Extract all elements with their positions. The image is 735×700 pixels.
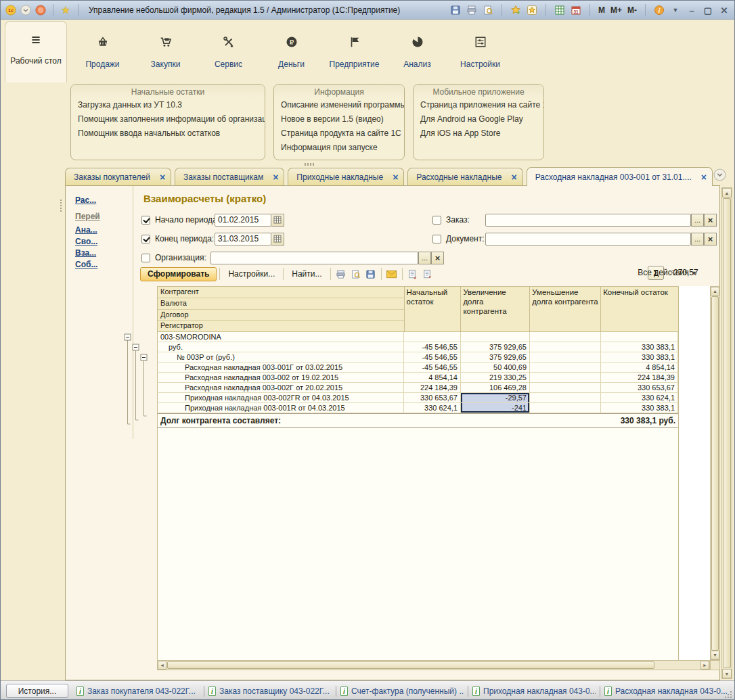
save-icon[interactable] xyxy=(363,267,378,281)
favorites-star-icon[interactable]: ★ xyxy=(60,4,72,16)
open-window-item[interactable]: iПриходная накладная 043-0... xyxy=(472,686,596,696)
calculator-icon[interactable] xyxy=(554,4,566,16)
table-horizontal-scrollbar[interactable]: ◄ ► xyxy=(157,660,710,670)
report-nav-link[interactable]: Вза... xyxy=(75,248,96,258)
document-tab[interactable]: Приходные накладные× xyxy=(288,168,404,186)
cell-opening-balance[interactable]: -45 546,55 xyxy=(404,363,461,373)
cell-debt-decrease[interactable] xyxy=(530,352,601,363)
sidebar-splitter-grip[interactable] xyxy=(60,200,64,212)
table-row[interactable]: № 003Р от (руб.)-45 546,55375 929,65330 … xyxy=(157,352,678,363)
cell-closing-balance[interactable]: 330 624,1 xyxy=(601,393,678,403)
main-menu-dropdown-icon[interactable] xyxy=(20,4,32,16)
tree-expanders[interactable] xyxy=(123,286,157,442)
cell-closing-balance[interactable]: 330 383,1 xyxy=(601,403,678,413)
collapse-groups-icon[interactable] xyxy=(420,267,435,281)
cell-registrator[interactable]: Приходная накладная 003-002ГR от 04.03.2… xyxy=(157,393,404,403)
cell-opening-balance[interactable]: -45 546,55 xyxy=(404,342,461,352)
cell-opening-balance[interactable]: 224 184,39 xyxy=(404,383,461,393)
tab-list-dropdown-icon[interactable] xyxy=(713,168,726,183)
table-row[interactable]: Расходная накладная 003-001Г от 03.02.20… xyxy=(157,363,678,373)
organization-pick-button[interactable]: ... xyxy=(418,252,431,264)
cell-debt-increase[interactable]: 375 929,65 xyxy=(461,342,530,352)
report-nav-link[interactable]: Перей xyxy=(75,212,100,221)
panel-link[interactable]: Загрузка данных из УТ 10.3 xyxy=(71,98,265,112)
report-nav-link[interactable]: Ана... xyxy=(75,225,97,235)
cell-closing-balance[interactable]: 4 854,14 xyxy=(601,363,678,373)
tab-close-icon[interactable]: × xyxy=(273,172,278,183)
tab-close-icon[interactable]: × xyxy=(511,172,516,183)
panel-link[interactable]: Страница приложения на сайте 1С xyxy=(414,98,543,112)
cell-closing-balance[interactable]: 330 653,67 xyxy=(601,383,678,393)
order-input[interactable] xyxy=(485,214,691,227)
table-row[interactable]: Приходная накладная 003-001R от 04.03.20… xyxy=(157,403,678,413)
table-row[interactable]: Расходная накладная 003-002Г от 20.02.20… xyxy=(157,383,678,393)
report-nav-link[interactable]: Сво... xyxy=(75,237,97,246)
document-clear-icon[interactable]: × xyxy=(704,233,717,246)
cell-opening-balance[interactable] xyxy=(404,332,461,342)
nav-item-money-ruble[interactable]: РДеньги xyxy=(260,21,323,83)
save-icon[interactable] xyxy=(449,4,462,16)
document-tab[interactable]: Заказы поставщикам× xyxy=(175,168,284,186)
memory-recall-button[interactable]: M xyxy=(598,5,606,15)
table-row[interactable]: Приходная накладная 003-002ГR от 04.03.2… xyxy=(157,393,678,403)
cell-debt-decrease[interactable] xyxy=(530,373,601,383)
cell-debt-increase[interactable]: 375 929,65 xyxy=(461,352,530,363)
cell-registrator[interactable]: Расходная накладная 003-002 от 19.02.201… xyxy=(157,373,404,383)
organization-clear-icon[interactable]: × xyxy=(431,252,444,264)
maximize-button[interactable]: ▢ xyxy=(702,5,714,16)
scroll-down-icon[interactable]: ▼ xyxy=(711,651,719,659)
scroll-up-icon[interactable]: ▲ xyxy=(711,287,719,296)
scroll-right-icon[interactable]: ► xyxy=(700,661,709,670)
cell-debt-decrease[interactable] xyxy=(530,342,601,352)
generate-button[interactable]: Сформировать xyxy=(140,267,217,281)
settings-button[interactable]: Настройки... xyxy=(223,269,280,279)
panel-link[interactable]: Новое в версии 1.5 (видео) xyxy=(274,112,404,126)
panel-link[interactable]: Страница продукта на сайте 1С xyxy=(274,126,404,141)
calendar-icon[interactable]: 31 xyxy=(570,4,582,16)
cell-debt-increase[interactable]: 219 330,25 xyxy=(461,373,530,383)
panel-link[interactable]: Информация при запуске xyxy=(274,141,404,155)
panel-link[interactable]: Для Android на Google Play xyxy=(414,112,543,126)
report-nav-link[interactable]: Рас... xyxy=(75,195,96,205)
table-row[interactable]: руб.-45 546,55375 929,65330 383,1 xyxy=(157,342,678,352)
organization-checkbox[interactable] xyxy=(141,254,150,262)
period-end-checkbox[interactable] xyxy=(141,235,150,243)
minimize-button[interactable]: – xyxy=(686,5,698,16)
report-nav-link[interactable]: Соб... xyxy=(75,260,97,269)
organization-input[interactable] xyxy=(210,252,418,264)
add-favorite-icon[interactable] xyxy=(510,4,522,16)
panel-splitter-grip[interactable] xyxy=(305,163,315,166)
find-button[interactable]: Найти... xyxy=(286,269,327,279)
order-pick-button[interactable]: ... xyxy=(691,214,704,227)
email-icon[interactable] xyxy=(384,267,399,281)
history-button[interactable]: История... xyxy=(6,684,68,698)
scroll-thumb[interactable] xyxy=(167,661,654,669)
document-tab[interactable]: Расходная накладная 003-001 от 31.01....… xyxy=(527,167,713,186)
panel-link[interactable]: Помощник ввода начальных остатков xyxy=(71,126,265,141)
period-end-input[interactable]: 31.03.2015 xyxy=(215,233,271,246)
order-clear-icon[interactable]: × xyxy=(704,214,717,227)
document-checkbox[interactable] xyxy=(432,235,441,243)
scroll-thumb[interactable] xyxy=(723,198,731,668)
document-pick-button[interactable]: ... xyxy=(691,233,704,246)
table-row[interactable]: Расходная накладная 003-002 от 19.02.201… xyxy=(157,373,678,383)
info-icon[interactable]: i xyxy=(653,4,665,16)
nav-item-service-tools[interactable]: Сервис xyxy=(197,21,260,83)
table-vertical-scrollbar[interactable]: ▲ ▼ xyxy=(710,286,720,660)
cell-registrator[interactable]: Расходная накладная 003-002Г от 20.02.20… xyxy=(157,383,404,393)
nav-item-enterprise-flag[interactable]: Предприятие xyxy=(323,21,386,83)
document-input[interactable] xyxy=(485,233,691,246)
cell-closing-balance[interactable]: 330 383,1 xyxy=(601,342,678,352)
cell-registrator[interactable]: 003-SMORODINA xyxy=(157,332,404,342)
close-button[interactable]: ✕ xyxy=(718,5,730,16)
scroll-down-icon[interactable]: ▼ xyxy=(722,669,732,678)
cell-debt-decrease[interactable] xyxy=(530,383,601,393)
period-start-checkbox[interactable] xyxy=(141,216,150,225)
table-row[interactable]: 003-SMORODINA xyxy=(157,332,678,342)
memory-subtract-button[interactable]: M- xyxy=(627,5,638,15)
cell-closing-balance[interactable]: 330 383,1 xyxy=(601,352,678,363)
sidebar-item-desktop[interactable]: Рабочий стол xyxy=(5,21,67,83)
cell-registrator[interactable]: Приходная накладная 003-001R от 04.03.20… xyxy=(157,403,404,413)
cell-debt-decrease[interactable] xyxy=(530,332,601,342)
print-preview-icon[interactable] xyxy=(482,4,494,16)
